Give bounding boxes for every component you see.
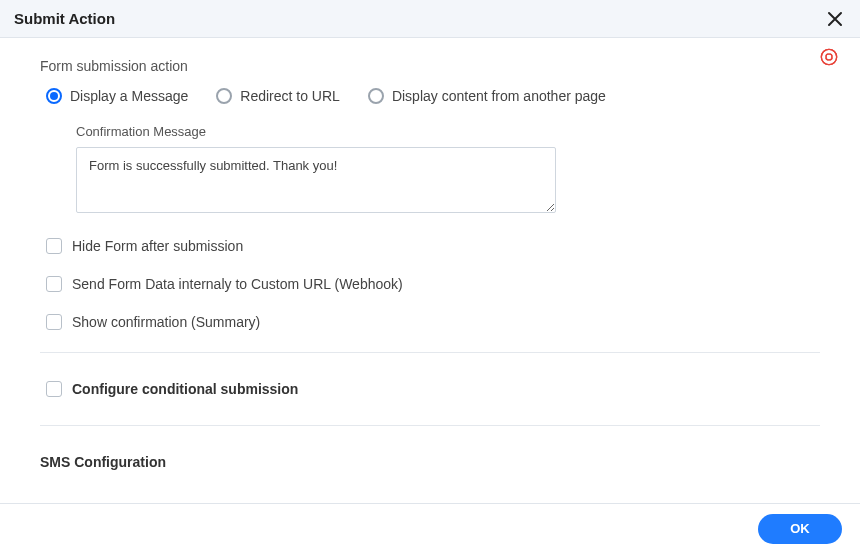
checkbox-summary[interactable]: Show confirmation (Summary) — [40, 314, 820, 330]
dialog-title: Submit Action — [14, 10, 115, 27]
lifebuoy-icon — [820, 48, 838, 66]
checkbox-label: Show confirmation (Summary) — [72, 314, 260, 330]
checkbox-conditional-submission[interactable]: Configure conditional submission — [40, 381, 820, 397]
checkbox-icon — [46, 314, 62, 330]
form-submission-section: Form submission action Display a Message… — [0, 38, 860, 470]
ok-button[interactable]: OK — [758, 514, 842, 544]
sms-config-title: SMS Configuration — [40, 454, 820, 470]
svg-point-7 — [826, 54, 832, 60]
dialog-body-scroll[interactable]: Form submission action Display a Message… — [0, 38, 860, 503]
action-radio-group: Display a Message Redirect to URL Displa… — [40, 88, 820, 104]
radio-icon — [216, 88, 232, 104]
confirmation-textarea[interactable] — [76, 147, 556, 213]
dialog-footer: OK — [0, 503, 860, 553]
help-button[interactable] — [820, 48, 838, 66]
checkbox-label: Configure conditional submission — [72, 381, 298, 397]
confirmation-block: Confirmation Message — [76, 124, 820, 216]
radio-label: Redirect to URL — [240, 88, 340, 104]
checkbox-icon — [46, 238, 62, 254]
close-button[interactable] — [824, 8, 846, 30]
checkbox-hide-form[interactable]: Hide Form after submission — [40, 238, 820, 254]
radio-redirect-url[interactable]: Redirect to URL — [216, 88, 340, 104]
radio-icon — [368, 88, 384, 104]
radio-display-message[interactable]: Display a Message — [46, 88, 188, 104]
checkbox-label: Send Form Data internaly to Custom URL (… — [72, 276, 403, 292]
confirmation-label: Confirmation Message — [76, 124, 820, 139]
checkbox-webhook[interactable]: Send Form Data internaly to Custom URL (… — [40, 276, 820, 292]
radio-display-content[interactable]: Display content from another page — [368, 88, 606, 104]
dialog-header: Submit Action — [0, 0, 860, 38]
checkbox-label: Hide Form after submission — [72, 238, 243, 254]
radio-label: Display a Message — [70, 88, 188, 104]
divider — [40, 352, 820, 353]
section-title: Form submission action — [40, 58, 820, 74]
checkbox-icon — [46, 276, 62, 292]
radio-label: Display content from another page — [392, 88, 606, 104]
divider — [40, 425, 820, 426]
radio-icon — [46, 88, 62, 104]
checkbox-icon — [46, 381, 62, 397]
close-icon — [827, 11, 843, 27]
